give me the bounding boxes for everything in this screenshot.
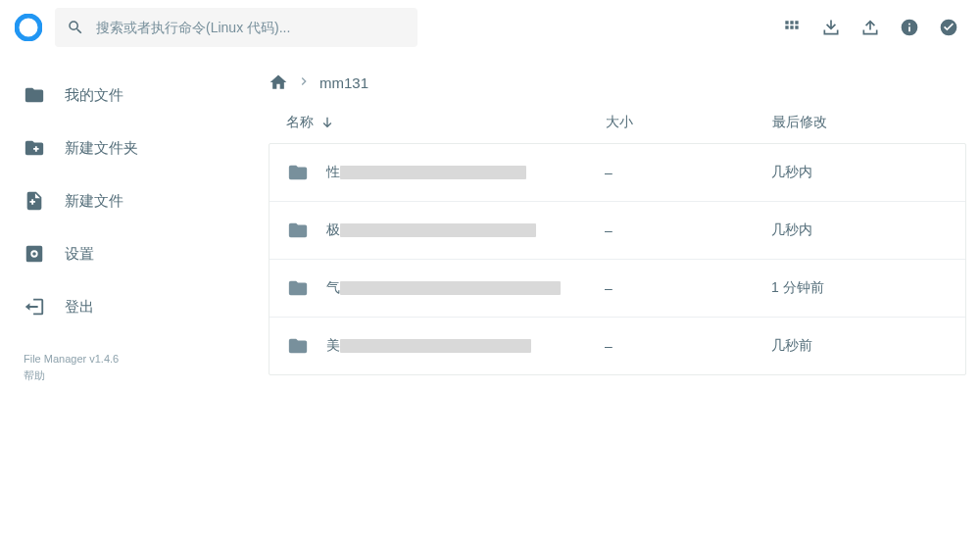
version-text: File Manager v1.4.6 — [24, 351, 231, 368]
folder-icon — [287, 162, 309, 183]
settings-icon — [24, 243, 45, 265]
folder-icon — [287, 277, 309, 299]
item-modified: 1 分钟前 — [771, 279, 948, 297]
item-modified: 几秒内 — [771, 164, 948, 181]
item-name: 性 — [326, 164, 526, 181]
folder-icon — [24, 84, 45, 106]
select-mode-icon[interactable] — [939, 18, 958, 37]
sidebar-item-logout[interactable]: 登出 — [0, 280, 255, 333]
list-header: 名称 大小 最后修改 — [269, 114, 966, 143]
sidebar-item-label: 登出 — [65, 298, 94, 317]
arrow-down-icon — [319, 115, 335, 130]
download-icon[interactable] — [821, 18, 841, 37]
item-size: – — [605, 338, 771, 354]
info-icon[interactable] — [900, 18, 919, 37]
sidebar-item-label: 新建文件 — [65, 192, 123, 211]
item-size: – — [605, 222, 771, 238]
item-name: 极 — [326, 221, 536, 239]
sidebar-item-my-files[interactable]: 我的文件 — [0, 69, 255, 122]
sidebar-item-label: 设置 — [65, 245, 94, 264]
file-listing: 性 – 几秒内 极 – 几秒内 气 – 1 分钟前 — [269, 143, 966, 375]
sidebar-footer: File Manager v1.4.6 帮助 — [0, 351, 255, 383]
breadcrumb: mm131 — [269, 69, 966, 114]
svg-point-0 — [17, 16, 40, 39]
list-item[interactable]: 性 – 几秒内 — [270, 144, 965, 202]
home-icon[interactable] — [269, 73, 288, 92]
sidebar-item-new-folder[interactable]: 新建文件夹 — [0, 122, 255, 174]
help-link[interactable]: 帮助 — [24, 369, 45, 381]
item-modified: 几秒内 — [771, 221, 948, 239]
item-modified: 几秒前 — [771, 337, 948, 355]
sidebar-item-label: 我的文件 — [65, 86, 123, 105]
sidebar: 我的文件 新建文件夹 新建文件 设置 登出 File Manager v1.4.… — [0, 55, 255, 540]
folder-icon — [287, 335, 309, 357]
chevron-right-icon — [296, 74, 312, 92]
logout-icon — [24, 296, 45, 318]
column-size-header[interactable]: 大小 — [606, 114, 772, 131]
search-bar[interactable] — [55, 8, 417, 47]
sidebar-item-label: 新建文件夹 — [65, 139, 138, 158]
create-file-icon — [24, 190, 45, 212]
sidebar-item-new-file[interactable]: 新建文件 — [0, 174, 255, 227]
folder-icon — [287, 220, 309, 241]
list-item[interactable]: 极 – 几秒内 — [270, 202, 965, 260]
item-name: 美 — [326, 337, 531, 355]
search-input[interactable] — [94, 19, 406, 36]
search-icon — [67, 19, 84, 36]
upload-icon[interactable] — [860, 18, 880, 37]
create-folder-icon — [24, 137, 45, 159]
list-item[interactable]: 气 – 1 分钟前 — [270, 260, 965, 318]
breadcrumb-current[interactable]: mm131 — [319, 74, 368, 91]
item-size: – — [605, 280, 771, 296]
app-logo[interactable] — [14, 13, 43, 42]
item-size: – — [605, 165, 771, 180]
view-mode-icon[interactable] — [782, 18, 802, 37]
item-name: 气 — [326, 279, 561, 297]
column-name-header[interactable]: 名称 — [286, 114, 606, 131]
sidebar-item-settings[interactable]: 设置 — [0, 227, 255, 280]
list-item[interactable]: 美 – 几秒前 — [270, 318, 965, 374]
column-modified-header[interactable]: 最后修改 — [772, 114, 949, 131]
